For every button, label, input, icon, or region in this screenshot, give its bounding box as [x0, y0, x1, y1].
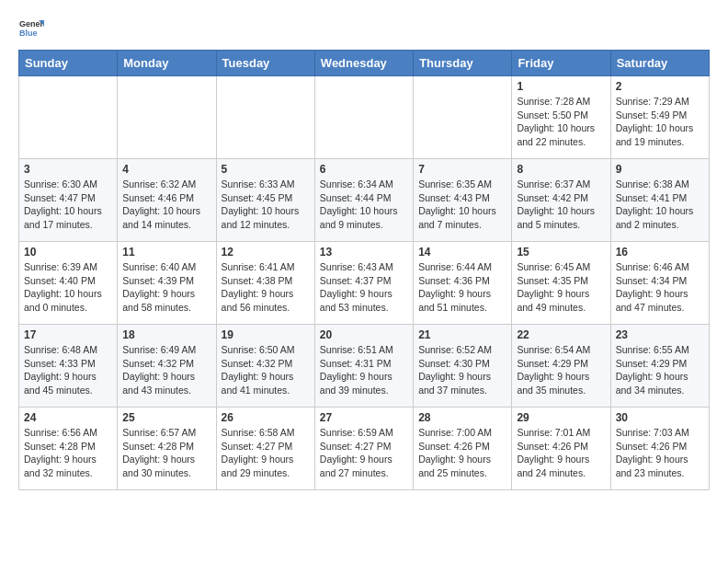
calendar-cell: 7Sunrise: 6:35 AM Sunset: 4:43 PM Daylig… — [414, 159, 512, 242]
day-number: 30 — [616, 411, 704, 424]
calendar-cell: 11Sunrise: 6:40 AM Sunset: 4:39 PM Dayli… — [118, 242, 216, 325]
weekday-header-sunday: Sunday — [19, 51, 118, 76]
cell-info: Sunrise: 6:32 AM Sunset: 4:46 PM Dayligh… — [122, 178, 210, 232]
weekday-header-saturday: Saturday — [610, 51, 709, 76]
day-number: 2 — [616, 80, 704, 93]
cell-info: Sunrise: 7:29 AM Sunset: 5:49 PM Dayligh… — [616, 95, 704, 149]
day-number: 24 — [24, 411, 112, 424]
calendar-cell: 5Sunrise: 6:33 AM Sunset: 4:45 PM Daylig… — [216, 159, 314, 242]
cell-info: Sunrise: 6:38 AM Sunset: 4:41 PM Dayligh… — [616, 178, 704, 232]
cell-info: Sunrise: 7:03 AM Sunset: 4:26 PM Dayligh… — [616, 426, 704, 480]
calendar-cell: 30Sunrise: 7:03 AM Sunset: 4:26 PM Dayli… — [610, 408, 709, 490]
calendar-cell — [19, 76, 118, 159]
cell-info: Sunrise: 6:34 AM Sunset: 4:44 PM Dayligh… — [320, 178, 408, 232]
calendar-cell: 6Sunrise: 6:34 AM Sunset: 4:44 PM Daylig… — [314, 159, 413, 242]
day-number: 26 — [222, 411, 310, 424]
calendar-cell — [414, 76, 512, 159]
calendar-cell: 3Sunrise: 6:30 AM Sunset: 4:47 PM Daylig… — [19, 159, 118, 242]
cell-info: Sunrise: 6:59 AM Sunset: 4:27 PM Dayligh… — [320, 426, 408, 480]
day-number: 20 — [320, 328, 408, 341]
day-number: 9 — [616, 163, 704, 176]
cell-info: Sunrise: 6:46 AM Sunset: 4:34 PM Dayligh… — [616, 260, 704, 315]
day-number: 5 — [222, 163, 310, 176]
calendar-header-row: SundayMondayTuesdayWednesdayThursdayFrid… — [19, 51, 710, 76]
cell-info: Sunrise: 6:50 AM Sunset: 4:32 PM Dayligh… — [222, 343, 310, 397]
calendar-cell: 16Sunrise: 6:46 AM Sunset: 4:34 PM Dayli… — [610, 242, 709, 325]
cell-info: Sunrise: 6:58 AM Sunset: 4:27 PM Dayligh… — [222, 426, 310, 480]
day-number: 25 — [122, 411, 210, 424]
calendar-cell: 13Sunrise: 6:43 AM Sunset: 4:37 PM Dayli… — [314, 242, 413, 325]
calendar-cell: 19Sunrise: 6:50 AM Sunset: 4:32 PM Dayli… — [216, 325, 314, 408]
calendar-cell: 8Sunrise: 6:37 AM Sunset: 4:42 PM Daylig… — [512, 159, 610, 242]
calendar-week-2: 3Sunrise: 6:30 AM Sunset: 4:47 PM Daylig… — [19, 159, 710, 242]
calendar-wrapper: SundayMondayTuesdayWednesdayThursdayFrid… — [0, 44, 728, 490]
cell-info: Sunrise: 6:35 AM Sunset: 4:43 PM Dayligh… — [418, 178, 506, 232]
day-number: 6 — [320, 163, 408, 176]
calendar-cell: 27Sunrise: 6:59 AM Sunset: 4:27 PM Dayli… — [314, 408, 413, 490]
day-number: 29 — [517, 411, 605, 424]
weekday-header-friday: Friday — [512, 51, 610, 76]
cell-info: Sunrise: 6:37 AM Sunset: 4:42 PM Dayligh… — [517, 178, 605, 232]
cell-info: Sunrise: 6:48 AM Sunset: 4:33 PM Dayligh… — [24, 343, 112, 397]
cell-info: Sunrise: 6:39 AM Sunset: 4:40 PM Dayligh… — [24, 260, 112, 315]
cell-info: Sunrise: 7:28 AM Sunset: 5:50 PM Dayligh… — [517, 95, 605, 149]
calendar-cell: 21Sunrise: 6:52 AM Sunset: 4:30 PM Dayli… — [414, 325, 512, 408]
day-number: 14 — [418, 246, 506, 259]
cell-info: Sunrise: 6:52 AM Sunset: 4:30 PM Dayligh… — [418, 343, 506, 397]
calendar-cell: 26Sunrise: 6:58 AM Sunset: 4:27 PM Dayli… — [216, 408, 314, 490]
calendar-cell — [216, 76, 314, 159]
cell-info: Sunrise: 6:44 AM Sunset: 4:36 PM Dayligh… — [418, 260, 506, 315]
calendar-cell: 4Sunrise: 6:32 AM Sunset: 4:46 PM Daylig… — [118, 159, 216, 242]
calendar-cell: 10Sunrise: 6:39 AM Sunset: 4:40 PM Dayli… — [19, 242, 118, 325]
day-number: 22 — [517, 328, 605, 341]
cell-info: Sunrise: 7:00 AM Sunset: 4:26 PM Dayligh… — [418, 426, 506, 480]
calendar-cell: 29Sunrise: 7:01 AM Sunset: 4:26 PM Dayli… — [512, 408, 610, 490]
day-number: 10 — [24, 246, 112, 259]
calendar-cell: 20Sunrise: 6:51 AM Sunset: 4:31 PM Dayli… — [314, 325, 413, 408]
day-number: 23 — [616, 328, 704, 341]
cell-info: Sunrise: 6:56 AM Sunset: 4:28 PM Dayligh… — [24, 426, 112, 480]
calendar-cell: 1Sunrise: 7:28 AM Sunset: 5:50 PM Daylig… — [512, 76, 610, 159]
calendar-cell: 24Sunrise: 6:56 AM Sunset: 4:28 PM Dayli… — [19, 408, 118, 490]
cell-info: Sunrise: 6:49 AM Sunset: 4:32 PM Dayligh… — [122, 343, 210, 397]
day-number: 16 — [616, 246, 704, 259]
calendar-cell: 28Sunrise: 7:00 AM Sunset: 4:26 PM Dayli… — [414, 408, 512, 490]
weekday-header-wednesday: Wednesday — [314, 51, 413, 76]
day-number: 4 — [122, 163, 210, 176]
calendar-cell: 22Sunrise: 6:54 AM Sunset: 4:29 PM Dayli… — [512, 325, 610, 408]
calendar-week-1: 1Sunrise: 7:28 AM Sunset: 5:50 PM Daylig… — [19, 76, 710, 159]
day-number: 27 — [320, 411, 408, 424]
cell-info: Sunrise: 6:51 AM Sunset: 4:31 PM Dayligh… — [320, 343, 408, 397]
day-number: 28 — [418, 411, 506, 424]
calendar-week-4: 17Sunrise: 6:48 AM Sunset: 4:33 PM Dayli… — [19, 325, 710, 408]
logo: General Blue — [18, 15, 48, 40]
day-number: 3 — [24, 163, 112, 176]
logo-icon: General Blue — [18, 15, 44, 40]
day-number: 8 — [517, 163, 605, 176]
calendar-week-3: 10Sunrise: 6:39 AM Sunset: 4:40 PM Dayli… — [19, 242, 710, 325]
cell-info: Sunrise: 6:30 AM Sunset: 4:47 PM Dayligh… — [24, 178, 112, 232]
day-number: 18 — [122, 328, 210, 341]
cell-info: Sunrise: 6:33 AM Sunset: 4:45 PM Dayligh… — [222, 178, 310, 232]
cell-info: Sunrise: 6:57 AM Sunset: 4:28 PM Dayligh… — [122, 426, 210, 480]
calendar-week-5: 24Sunrise: 6:56 AM Sunset: 4:28 PM Dayli… — [19, 408, 710, 490]
day-number: 12 — [222, 246, 310, 259]
calendar-table: SundayMondayTuesdayWednesdayThursdayFrid… — [18, 50, 710, 490]
day-number: 11 — [122, 246, 210, 259]
calendar-cell — [118, 76, 216, 159]
calendar-cell — [314, 76, 413, 159]
svg-text:Blue: Blue — [19, 29, 38, 38]
calendar-cell: 12Sunrise: 6:41 AM Sunset: 4:38 PM Dayli… — [216, 242, 314, 325]
day-number: 13 — [320, 246, 408, 259]
calendar-cell: 15Sunrise: 6:45 AM Sunset: 4:35 PM Dayli… — [512, 242, 610, 325]
calendar-cell: 2Sunrise: 7:29 AM Sunset: 5:49 PM Daylig… — [610, 76, 709, 159]
weekday-header-tuesday: Tuesday — [216, 51, 314, 76]
cell-info: Sunrise: 6:43 AM Sunset: 4:37 PM Dayligh… — [320, 260, 408, 315]
calendar-cell: 18Sunrise: 6:49 AM Sunset: 4:32 PM Dayli… — [118, 325, 216, 408]
day-number: 15 — [517, 246, 605, 259]
day-number: 7 — [418, 163, 506, 176]
cell-info: Sunrise: 6:54 AM Sunset: 4:29 PM Dayligh… — [517, 343, 605, 397]
day-number: 17 — [24, 328, 112, 341]
day-number: 1 — [517, 80, 605, 93]
calendar-cell: 9Sunrise: 6:38 AM Sunset: 4:41 PM Daylig… — [610, 159, 709, 242]
